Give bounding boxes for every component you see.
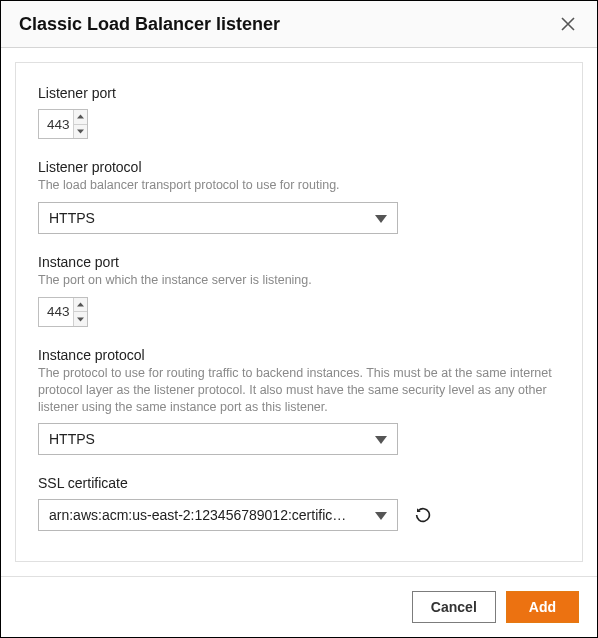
ssl-certificate-value: arn:aws:acm:us-east-2:123456789012:certi…	[49, 507, 375, 523]
listener-protocol-select[interactable]: HTTPS	[38, 202, 398, 234]
modal-title: Classic Load Balancer listener	[19, 14, 557, 35]
chevron-down-icon	[375, 210, 387, 226]
chevron-down-icon[interactable]	[74, 125, 87, 139]
listener-protocol-desc: The load balancer transport protocol to …	[38, 177, 560, 194]
chevron-down-icon[interactable]	[74, 312, 87, 326]
ssl-certificate-select[interactable]: arn:aws:acm:us-east-2:123456789012:certi…	[38, 499, 398, 531]
listener-port-stepper[interactable]	[38, 109, 88, 139]
add-button[interactable]: Add	[506, 591, 579, 623]
close-icon[interactable]	[557, 13, 579, 35]
instance-protocol-desc: The protocol to use for routing traffic …	[38, 365, 560, 416]
instance-port-desc: The port on which the instance server is…	[38, 272, 560, 289]
listener-protocol-value: HTTPS	[49, 210, 375, 226]
listener-port-label: Listener port	[38, 85, 560, 101]
instance-protocol-select[interactable]: HTTPS	[38, 423, 398, 455]
instance-protocol-label: Instance protocol	[38, 347, 560, 363]
chevron-up-icon[interactable]	[74, 110, 87, 125]
ssl-certificate-label: SSL certificate	[38, 475, 560, 491]
chevron-up-icon[interactable]	[74, 298, 87, 313]
cancel-button[interactable]: Cancel	[412, 591, 496, 623]
refresh-icon[interactable]	[412, 504, 434, 526]
form-card: Listener port Listener protocol The load…	[15, 62, 583, 562]
chevron-down-icon	[375, 431, 387, 447]
chevron-down-icon	[375, 507, 387, 523]
listener-protocol-label: Listener protocol	[38, 159, 560, 175]
listener-port-input[interactable]	[39, 110, 73, 138]
instance-port-stepper[interactable]	[38, 297, 88, 327]
instance-protocol-value: HTTPS	[49, 431, 375, 447]
instance-port-input[interactable]	[39, 298, 73, 326]
instance-port-label: Instance port	[38, 254, 560, 270]
